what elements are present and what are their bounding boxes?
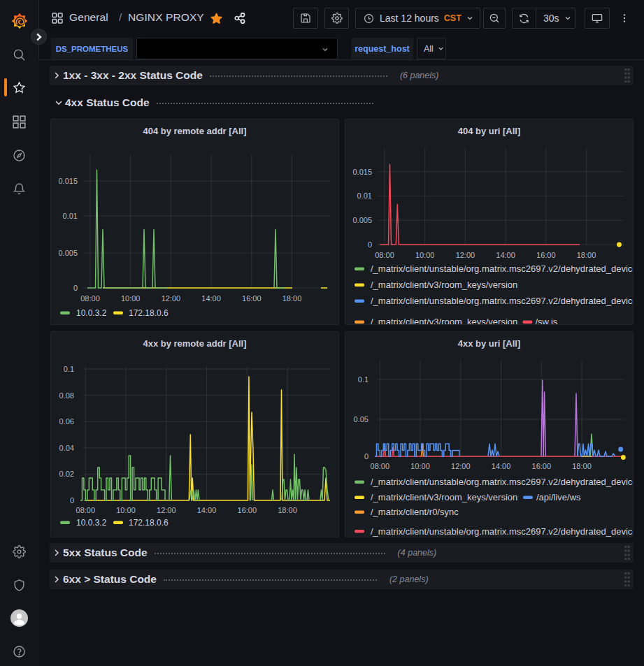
svg-text:10.0.3.2: 10.0.3.2 (76, 518, 107, 528)
svg-text:0.1: 0.1 (64, 365, 74, 373)
svg-text:16:00: 16:00 (536, 251, 556, 259)
svg-text:14:00: 14:00 (496, 251, 515, 259)
svg-text:0.005: 0.005 (352, 216, 372, 224)
svg-text:10:00: 10:00 (410, 462, 430, 470)
svg-text:08:00: 08:00 (371, 462, 390, 470)
svg-text:10.0.3.2: 10.0.3.2 (76, 308, 107, 318)
svg-text:/api/live/ws: /api/live/ws (536, 492, 581, 502)
svg-text:12:00: 12:00 (456, 251, 475, 259)
svg-text:14:00: 14:00 (492, 462, 511, 470)
svg-text:10:00: 10:00 (116, 506, 136, 514)
svg-text:0.015: 0.015 (352, 168, 372, 176)
svg-text:16:00: 16:00 (532, 462, 552, 470)
svg-text:0.06: 0.06 (59, 417, 74, 426)
svg-text:/_matrix/client/unstable/org.m: /_matrix/client/unstable/org.matrix.msc2… (371, 296, 634, 306)
svg-text:0: 0 (368, 240, 372, 249)
svg-text:/_matrix/client/unstable/org.m: /_matrix/client/unstable/org.matrix.msc2… (371, 477, 634, 487)
svg-text:16:00: 16:00 (242, 294, 262, 303)
svg-text:12:00: 12:00 (157, 506, 176, 514)
svg-text:/_matrix/client/unstable/org.m: /_matrix/client/unstable/org.matrix.msc2… (371, 263, 634, 274)
svg-text:172.18.0.6: 172.18.0.6 (129, 308, 169, 318)
svg-text:08:00: 08:00 (76, 506, 96, 514)
svg-text:0.005: 0.005 (58, 249, 78, 257)
svg-text:0.01: 0.01 (357, 191, 372, 200)
svg-text:/_matrix/client/v3/room_keys/v: /_matrix/client/v3/room_keys/version (371, 317, 517, 325)
svg-text:0.015: 0.015 (58, 177, 78, 185)
svg-text:18:00: 18:00 (282, 294, 302, 303)
svg-text:10:00: 10:00 (415, 251, 435, 259)
svg-text:/_matrix/client/r0/sync: /_matrix/client/r0/sync (371, 507, 459, 517)
svg-text:12:00: 12:00 (451, 462, 471, 470)
svg-text:0.08: 0.08 (59, 391, 74, 400)
svg-text:/_matrix/client/v3/room_keys/v: /_matrix/client/v3/room_keys/version (371, 492, 517, 502)
svg-text:0: 0 (364, 452, 368, 461)
svg-text:172.18.0.6: 172.18.0.6 (129, 518, 169, 528)
svg-text:12:00: 12:00 (162, 294, 181, 303)
svg-text:/sw.js: /sw.js (536, 317, 558, 325)
svg-text:0: 0 (73, 284, 78, 292)
svg-text:0.05: 0.05 (354, 415, 368, 424)
svg-text:18:00: 18:00 (278, 506, 297, 514)
svg-text:0.01: 0.01 (63, 212, 78, 220)
svg-text:0.04: 0.04 (59, 444, 74, 452)
svg-text:0: 0 (70, 496, 74, 505)
svg-text:18:00: 18:00 (572, 462, 592, 470)
svg-text:0.1: 0.1 (358, 375, 368, 384)
svg-text:0.02: 0.02 (59, 470, 74, 478)
svg-text:08:00: 08:00 (80, 294, 100, 303)
svg-text:08:00: 08:00 (375, 251, 394, 259)
svg-text:/_matrix/client/unstable/org.m: /_matrix/client/unstable/org.matrix.msc2… (371, 526, 634, 537)
svg-text:16:00: 16:00 (238, 506, 257, 514)
svg-text:10:00: 10:00 (121, 294, 141, 303)
svg-text:14:00: 14:00 (197, 506, 217, 514)
svg-text:/_matrix/client/v3/room_keys/v: /_matrix/client/v3/room_keys/version (371, 280, 517, 290)
svg-text:18:00: 18:00 (577, 251, 596, 259)
svg-text:14:00: 14:00 (201, 294, 221, 303)
